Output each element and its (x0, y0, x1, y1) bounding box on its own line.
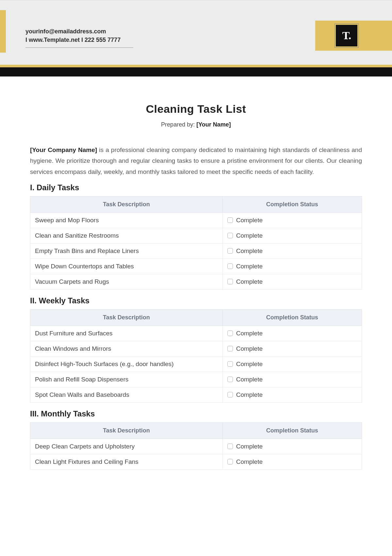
complete-label: Complete (236, 361, 263, 367)
complete-label: Complete (236, 443, 263, 450)
accent-tab (0, 10, 6, 53)
complete-label: Complete (236, 278, 263, 285)
table-row: Wipe Down Countertops and TablesComplete (30, 259, 362, 274)
task-status-cell: Complete (222, 228, 362, 243)
page-title: Cleaning Task List (30, 103, 362, 115)
col-task-header: Task Description (30, 422, 223, 439)
email-text: yourinfo@emailaddress.com (25, 27, 133, 36)
complete-label: Complete (236, 232, 263, 239)
complete-label: Complete (236, 217, 263, 224)
checkbox-icon[interactable] (227, 330, 233, 336)
task-description: Polish and Refill Soap Dispensers (30, 372, 223, 387)
checkbox-icon[interactable] (227, 459, 233, 464)
task-status-cell: Complete (222, 439, 362, 454)
checkbox-icon[interactable] (227, 217, 233, 223)
contact-line: I www.Template.net I 222 555 7777 (25, 36, 133, 44)
task-description: Clean Windows and Mirrors (30, 341, 223, 356)
table-row: Deep Clean Carpets and UpholsteryComplet… (30, 439, 362, 454)
task-status-cell: Complete (222, 274, 362, 289)
logo-text: T. (342, 29, 351, 42)
task-description: Vacuum Carpets and Rugs (30, 274, 223, 289)
complete-label: Complete (236, 458, 263, 465)
divider-line (25, 47, 133, 48)
table-row: Disinfect High-Touch Surfaces (e.g., doo… (30, 356, 362, 372)
checkbox-icon[interactable] (227, 444, 233, 449)
task-description: Wipe Down Countertops and Tables (30, 259, 223, 274)
checkbox-icon[interactable] (227, 392, 233, 397)
task-table: Task DescriptionCompletion StatusSweep a… (30, 196, 362, 290)
col-task-header: Task Description (30, 309, 223, 326)
task-table: Task DescriptionCompletion StatusDust Fu… (30, 309, 362, 403)
complete-label: Complete (236, 330, 263, 337)
task-status-cell: Complete (222, 259, 362, 274)
complete-label: Complete (236, 247, 263, 254)
checkbox-icon[interactable] (227, 233, 233, 238)
task-status-cell: Complete (222, 387, 362, 402)
black-bar (0, 67, 392, 76)
checkbox-icon[interactable] (227, 346, 233, 351)
table-row: Sweep and Mop FloorsComplete (30, 212, 362, 228)
logo-band: T. (315, 21, 392, 51)
table-row: Clean and Sanitize RestroomsComplete (30, 228, 362, 243)
complete-label: Complete (236, 376, 263, 383)
checkbox-icon[interactable] (227, 263, 233, 269)
task-description: Deep Clean Carpets and Upholstery (30, 439, 223, 454)
table-row: Empty Trash Bins and Replace LinersCompl… (30, 243, 362, 259)
task-description: Disinfect High-Touch Surfaces (e.g., doo… (30, 356, 223, 372)
task-description: Empty Trash Bins and Replace Liners (30, 243, 223, 259)
checkbox-icon[interactable] (227, 361, 233, 367)
logo-badge: T. (335, 24, 358, 47)
col-status-header: Completion Status (222, 309, 362, 326)
checkbox-icon[interactable] (227, 248, 233, 254)
prepared-by: Prepared by: [Your Name] (30, 121, 362, 128)
prepared-by-label: Prepared by: (161, 121, 195, 128)
checkbox-icon[interactable] (227, 279, 233, 284)
complete-label: Complete (236, 263, 263, 270)
task-description: Clean and Sanitize Restrooms (30, 228, 223, 243)
prepared-by-value: [Your Name] (196, 121, 231, 128)
col-status-header: Completion Status (222, 422, 362, 439)
task-description: Spot Clean Walls and Baseboards (30, 387, 223, 402)
intro-paragraph: [Your Company Name] is a professional cl… (30, 144, 362, 177)
section-heading: III. Monthly Tasks (30, 409, 362, 418)
col-task-header: Task Description (30, 196, 223, 212)
section-heading: II. Weekly Tasks (30, 296, 362, 305)
task-description: Clean Light Fixtures and Ceiling Fans (30, 454, 223, 469)
table-row: Dust Furniture and SurfacesComplete (30, 326, 362, 341)
table-row: Clean Light Fixtures and Ceiling FansCom… (30, 454, 362, 469)
table-row: Spot Clean Walls and BaseboardsComplete (30, 387, 362, 402)
checkbox-icon[interactable] (227, 377, 233, 382)
complete-label: Complete (236, 345, 263, 352)
gold-bar (0, 65, 392, 67)
complete-label: Complete (236, 391, 263, 398)
contact-info: yourinfo@emailaddress.com I www.Template… (25, 27, 133, 48)
task-table: Task DescriptionCompletion StatusDeep Cl… (30, 422, 362, 470)
header-banner: yourinfo@emailaddress.com I www.Template… (0, 0, 392, 65)
task-description: Sweep and Mop Floors (30, 212, 223, 228)
task-status-cell: Complete (222, 243, 362, 259)
task-description: Dust Furniture and Surfaces (30, 326, 223, 341)
task-status-cell: Complete (222, 356, 362, 372)
table-row: Polish and Refill Soap DispensersComplet… (30, 372, 362, 387)
task-status-cell: Complete (222, 372, 362, 387)
section-heading: I. Daily Tasks (30, 183, 362, 192)
task-status-cell: Complete (222, 326, 362, 341)
table-row: Clean Windows and MirrorsComplete (30, 341, 362, 356)
task-status-cell: Complete (222, 454, 362, 469)
task-status-cell: Complete (222, 341, 362, 356)
task-status-cell: Complete (222, 212, 362, 228)
col-status-header: Completion Status (222, 196, 362, 212)
page-body: Cleaning Task List Prepared by: [Your Na… (0, 76, 392, 470)
intro-company: [Your Company Name] (30, 146, 97, 153)
table-row: Vacuum Carpets and RugsComplete (30, 274, 362, 289)
